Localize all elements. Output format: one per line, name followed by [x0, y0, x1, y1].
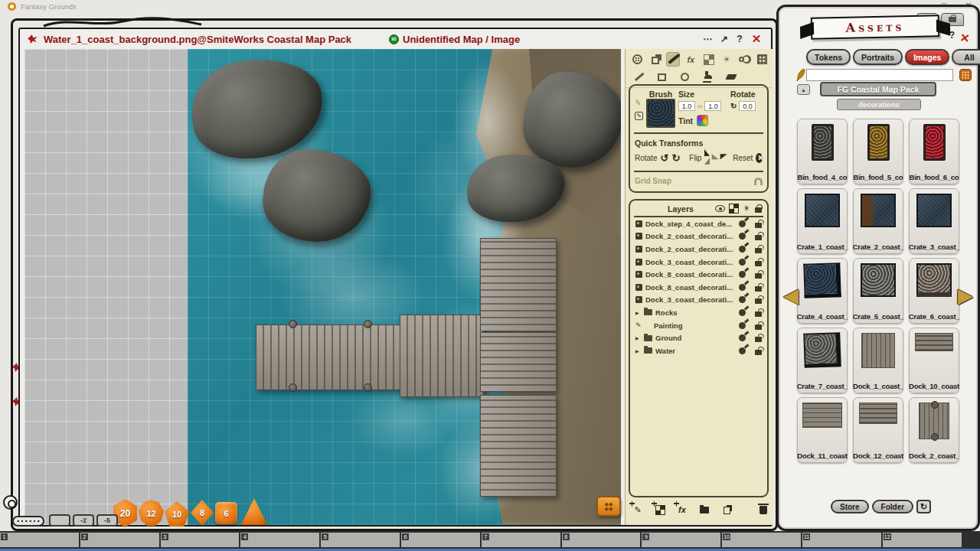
modifier-slot[interactable]: -5	[96, 514, 118, 527]
tiles-all-icon[interactable]	[730, 204, 738, 213]
tab-all[interactable]: All	[952, 49, 980, 65]
refresh-icon[interactable]: ↻	[916, 500, 931, 514]
rotate-ccw-icon[interactable]: ↺	[660, 152, 668, 164]
unlock-icon[interactable]	[755, 311, 762, 317]
layer-row[interactable]: Dock_3_coast_decorati...	[634, 294, 763, 307]
hotbar-slot[interactable]: 4	[240, 531, 321, 547]
rect-draw-icon[interactable]	[655, 70, 669, 84]
asset-card[interactable]: Dock_12_coast	[853, 397, 903, 463]
hotbar-slot[interactable]: 11	[802, 531, 883, 547]
grid-tool-icon[interactable]	[756, 52, 769, 67]
paint-layer-icon[interactable]	[739, 334, 746, 341]
layer-group-row[interactable]: ✎ Painting	[634, 319, 763, 332]
paint-layer-icon[interactable]	[739, 246, 746, 253]
reset-icon[interactable]	[756, 153, 763, 163]
asset-card[interactable]: Dock_2_coast_	[909, 397, 959, 463]
light-all-icon[interactable]: ☀	[743, 204, 750, 214]
paint-layer-icon[interactable]	[739, 259, 746, 266]
unlock-icon[interactable]	[755, 223, 762, 228]
lighting-tool-icon[interactable]: ☀	[720, 52, 733, 67]
asset-card[interactable]: Bin_food_6_co	[909, 119, 959, 184]
fx-tool-icon[interactable]: fx	[684, 52, 697, 67]
lock-all-icon[interactable]	[755, 207, 762, 213]
unlock-icon[interactable]	[755, 286, 762, 292]
asset-card[interactable]: Crate_5_coast_	[853, 258, 903, 324]
brush-size-w-input[interactable]	[678, 101, 695, 111]
map-canvas[interactable]	[24, 49, 621, 525]
link-tool-icon[interactable]	[737, 52, 751, 67]
expand-icon[interactable]: ▶	[635, 348, 641, 354]
layer-group-row[interactable]: ▶ Water	[634, 344, 763, 357]
folder-up-button[interactable]: ▲	[797, 84, 810, 95]
hotbar-slot[interactable]: 8	[562, 531, 642, 547]
delete-layer-icon[interactable]	[760, 506, 767, 514]
store-button[interactable]: Store	[831, 500, 869, 514]
layer-row[interactable]: Dock_8_coast_decorati...	[634, 268, 763, 281]
pack-button[interactable]: FG Coastal Map Pack	[820, 82, 936, 96]
asset-card[interactable]: Crate_3_coast_	[909, 188, 959, 254]
paint-layer-icon[interactable]	[739, 233, 746, 240]
layer-row[interactable]: Dock_2_coast_decorati...	[634, 230, 763, 243]
paint-layer-icon[interactable]	[739, 271, 746, 278]
add-folder-icon[interactable]	[698, 504, 710, 516]
hotbar-slot[interactable]: 12	[883, 531, 963, 547]
unlock-icon[interactable]	[755, 261, 762, 266]
asset-card[interactable]: Crate_4_coast_	[797, 258, 848, 324]
hotbar-slot[interactable]: 5	[321, 531, 401, 547]
help-icon[interactable]: ?	[733, 34, 746, 44]
hotbar-slot[interactable]: 10	[722, 531, 802, 547]
share-icon[interactable]: ↗	[717, 34, 731, 44]
flip-horizontal-icon[interactable]	[710, 154, 727, 161]
brush-tool-icon[interactable]	[666, 52, 680, 67]
asset-card[interactable]: Crate_1_coast_	[797, 188, 848, 254]
hotbar-slot[interactable]: 7	[482, 531, 562, 547]
paint-layer-icon[interactable]	[739, 284, 746, 291]
close-icon[interactable]: ✕	[959, 31, 971, 46]
visibility-all-icon[interactable]	[715, 205, 725, 212]
close-icon[interactable]: ✕	[750, 32, 763, 46]
hotbar-slot[interactable]: 6	[401, 531, 482, 547]
magnet-icon[interactable]	[754, 178, 763, 185]
paint-layer-icon[interactable]	[739, 296, 746, 303]
brush-size-h-input[interactable]	[704, 101, 721, 111]
folder-button[interactable]: Folder	[872, 500, 914, 514]
modifier-slot[interactable]: -2	[73, 514, 94, 527]
tint-color-wheel[interactable]	[697, 115, 708, 126]
paint-layer-icon[interactable]	[739, 347, 746, 354]
asset-picker-button[interactable]: ◆◆ ◆◆	[596, 496, 621, 517]
tab-tokens[interactable]: Tokens	[806, 49, 851, 65]
layers-tool-icon[interactable]	[648, 52, 662, 67]
unlock-icon[interactable]	[755, 298, 762, 304]
unlock-icon[interactable]	[755, 235, 762, 240]
grid-view-button[interactable]	[959, 69, 972, 81]
layer-group-row[interactable]: ▶ Rocks	[634, 306, 763, 319]
hotbar-slot[interactable]: 3	[161, 531, 241, 547]
expand-icon[interactable]: ▶	[635, 310, 641, 315]
unlock-icon[interactable]	[755, 350, 762, 355]
page-left-arrow[interactable]: ◀	[783, 284, 799, 308]
paint-layer-icon[interactable]	[739, 309, 746, 316]
subfolder-button[interactable]: decorations	[837, 99, 921, 110]
hotbar-slot[interactable]: 1	[0, 531, 80, 547]
add-fx-layer-icon[interactable]: fx	[676, 504, 688, 516]
pattern-tool-icon[interactable]	[630, 52, 644, 67]
layer-row[interactable]: Dock_8_coast_decorati...	[634, 281, 763, 294]
brush-texture-preview[interactable]	[646, 99, 675, 128]
hotbar-slot[interactable]: 9	[642, 531, 722, 547]
layer-row[interactable]: Dock_step_4_coast_de...	[634, 217, 763, 230]
pen-mode-icon[interactable]: ✎	[634, 98, 644, 108]
asset-card[interactable]: Bin_food_4_co	[797, 119, 848, 184]
asset-card[interactable]: Crate_7_coast_	[797, 328, 848, 393]
paint-layer-icon[interactable]	[739, 322, 746, 329]
unlock-icon[interactable]	[755, 248, 762, 253]
brush-rotate-input[interactable]	[739, 101, 756, 111]
map-titlebar[interactable]: Water_1_coast_background.png@SmiteWorks …	[20, 29, 771, 49]
add-tile-layer-icon[interactable]	[654, 504, 666, 516]
asset-card[interactable]: Crate_6_coast_	[909, 258, 959, 324]
die-d6[interactable]: 6	[215, 502, 237, 524]
search-input[interactable]	[806, 69, 953, 81]
link-size-icon[interactable]: ∞	[697, 103, 702, 110]
asset-card[interactable]: Dock_10_coast	[909, 328, 959, 393]
tab-portraits[interactable]: Portraits	[853, 49, 903, 65]
menu-dots-icon[interactable]: ⋯	[701, 34, 714, 44]
